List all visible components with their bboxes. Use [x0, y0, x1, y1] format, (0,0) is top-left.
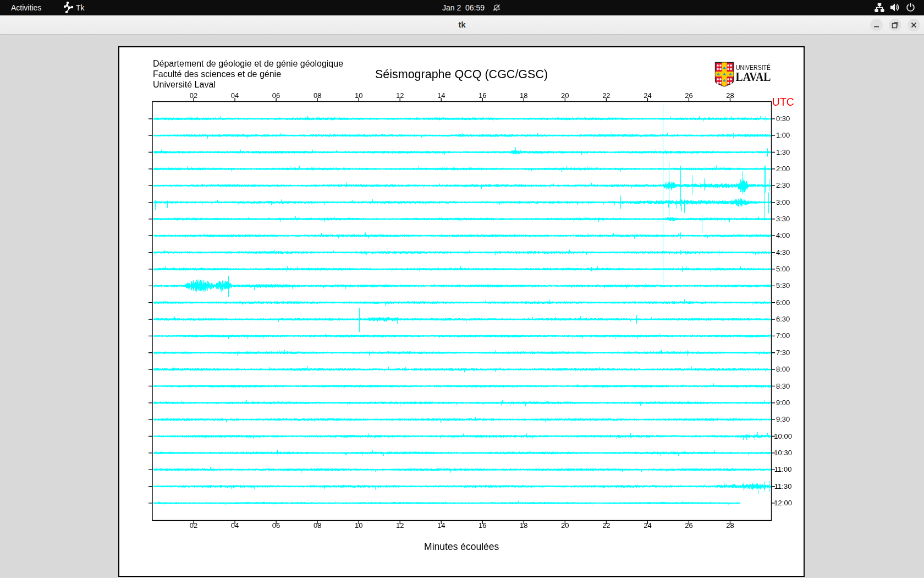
svg-text:LAVAL: LAVAL [736, 69, 771, 84]
